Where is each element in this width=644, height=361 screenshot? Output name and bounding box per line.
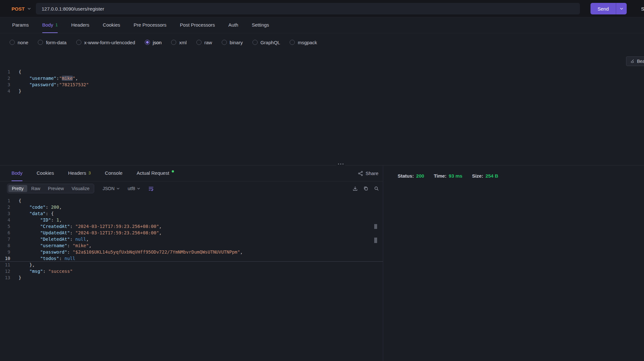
tab-settings[interactable]: Settings: [252, 17, 269, 33]
view-mode-raw[interactable]: Raw: [28, 185, 44, 192]
code-line: 10 "todos": null: [0, 255, 383, 262]
broom-icon: [630, 59, 635, 63]
line-number: 1: [0, 69, 19, 75]
response-status-bar: Status:200Time:93 msSize:254 B: [384, 165, 644, 179]
app-root: POST 127.0.0.1:8090/users/register Send …: [0, 0, 644, 361]
encoding-select[interactable]: utf8: [128, 186, 140, 191]
download-icon[interactable]: [352, 186, 358, 191]
beautify-button[interactable]: Beautify: [626, 56, 644, 66]
tab-count-badge: 3: [88, 171, 91, 175]
body-type-selector: noneform-datax-www-form-urlencodedjsonxm…: [0, 34, 644, 51]
body-type-x-www-form-urlencoded[interactable]: x-www-form-urlencoded: [76, 40, 135, 45]
body-type-json[interactable]: json: [145, 40, 162, 45]
tab-label: Settings: [252, 22, 269, 28]
response-tab-actual-request[interactable]: Actual Request: [136, 165, 174, 181]
line-number: 9: [0, 249, 19, 255]
body-type-msgpack[interactable]: msgpack: [290, 40, 317, 45]
encoding-value: utf8: [128, 186, 135, 191]
tab-count-badge: 1: [55, 22, 58, 27]
radio-label: msgpack: [298, 40, 317, 45]
line-number: 13: [0, 274, 19, 281]
radio-label: GraphQL: [260, 40, 280, 45]
tab-label: Headers: [68, 170, 86, 176]
code-line: 3 "data": {: [0, 210, 383, 217]
request-topbar: POST 127.0.0.1:8090/users/register Send …: [0, 0, 644, 17]
response-tab-headers[interactable]: Headers3: [68, 165, 91, 181]
status-item-label: Size:: [472, 173, 483, 179]
code-text: "UpdatedAt": "2024-03-12T17:59:23.256+08…: [19, 230, 162, 236]
code-line: 9 "password": "$2a$10$UKL14u5yqfUxbNqVHf…: [0, 249, 383, 255]
view-mode-pretty[interactable]: Pretty: [8, 185, 27, 192]
format-select[interactable]: JSON: [103, 186, 119, 191]
body-type-binary[interactable]: binary: [222, 40, 243, 45]
tab-label: Actual Request: [136, 170, 169, 176]
tab-params[interactable]: Params: [12, 17, 29, 33]
line-number: 10: [0, 255, 19, 262]
radio-label: x-www-form-urlencoded: [84, 40, 135, 45]
code-line: 7 "DeletedAt": null,: [0, 236, 383, 242]
share-button[interactable]: Share: [358, 165, 378, 181]
beautify-label: Beautify: [637, 59, 644, 64]
radio-icon: [38, 40, 43, 45]
code-line: 3 "password":"782157532": [0, 81, 644, 88]
tab-label: Console: [105, 170, 122, 176]
body-type-raw[interactable]: raw: [196, 40, 212, 45]
radio-icon: [252, 40, 258, 45]
code-line: 5 "CreatedAt": "2024-03-12T17:59:23.256+…: [0, 223, 383, 230]
body-type-form-data[interactable]: form-data: [38, 40, 66, 45]
code-text: }: [19, 88, 21, 94]
response-body-editor[interactable]: 1{2 "code": 200,3 "data": {4 "ID": 1,5 "…: [0, 197, 383, 281]
save-label: S: [641, 6, 644, 12]
search-icon[interactable]: [374, 186, 379, 191]
status-size-: Size:254 B: [472, 173, 498, 179]
body-type-none[interactable]: none: [10, 40, 28, 45]
send-options-button[interactable]: [616, 3, 627, 14]
tab-cookies[interactable]: Cookies: [103, 17, 120, 33]
response-toolbar: PrettyRawPreviewVisualize JSON utf8: [0, 181, 383, 196]
radio-icon: [196, 40, 202, 45]
line-number: 4: [0, 88, 19, 94]
code-text: "msg": "success": [19, 268, 73, 274]
line-number: 2: [0, 204, 19, 210]
tab-pre-processors[interactable]: Pre Processors: [134, 17, 167, 33]
body-type-xml[interactable]: xml: [171, 40, 186, 45]
line-number: 3: [0, 210, 19, 217]
tab-auth[interactable]: Auth: [228, 17, 238, 33]
response-tab-cookies[interactable]: Cookies: [37, 165, 54, 181]
response-panel: Share BodyCookiesHeaders3ConsoleActual R…: [0, 165, 383, 361]
tab-label: Params: [12, 22, 29, 28]
share-label: Share: [366, 171, 378, 176]
tab-body[interactable]: Body1: [42, 17, 58, 33]
code-text: "username": "mike",: [19, 242, 92, 249]
status-dot: [172, 170, 174, 172]
radio-label: none: [18, 40, 28, 45]
url-input[interactable]: 127.0.0.1:8090/users/register: [36, 3, 580, 14]
request-body-editor[interactable]: 1{2 "username":"mike",3 "password":"7821…: [0, 69, 644, 94]
code-line: 13}: [0, 274, 383, 281]
code-text: "username":"mike",: [19, 75, 78, 81]
word-wrap-icon[interactable]: [148, 186, 154, 191]
share-icon: [358, 171, 363, 176]
method-dropdown[interactable]: POST: [12, 0, 31, 17]
tab-headers[interactable]: Headers: [71, 17, 89, 33]
response-tab-console[interactable]: Console: [105, 165, 122, 181]
view-mode-preview[interactable]: Preview: [45, 185, 68, 192]
code-line: 1{: [0, 69, 644, 75]
save-button-clipped[interactable]: S: [641, 0, 644, 17]
body-type-graphql[interactable]: GraphQL: [252, 40, 280, 45]
method-label: POST: [12, 6, 25, 12]
code-text: "data": {: [19, 210, 54, 217]
request-tabs: ParamsBody1HeadersCookiesPre ProcessorsP…: [0, 17, 644, 33]
line-number: 6: [0, 230, 19, 236]
copy-icon[interactable]: [363, 186, 368, 191]
view-mode-visualize[interactable]: Visualize: [68, 185, 93, 192]
tab-label: Auth: [228, 22, 238, 28]
radio-label: json: [153, 40, 162, 45]
response-tab-body[interactable]: Body: [12, 165, 22, 181]
code-text: "password":"782157532": [19, 81, 89, 88]
chevron-down-icon: [137, 188, 140, 189]
send-button[interactable]: Send: [590, 3, 627, 14]
tab-post-processors[interactable]: Post Processors: [180, 17, 215, 33]
code-line: 11 },: [0, 262, 383, 268]
line-number: 12: [0, 268, 19, 274]
